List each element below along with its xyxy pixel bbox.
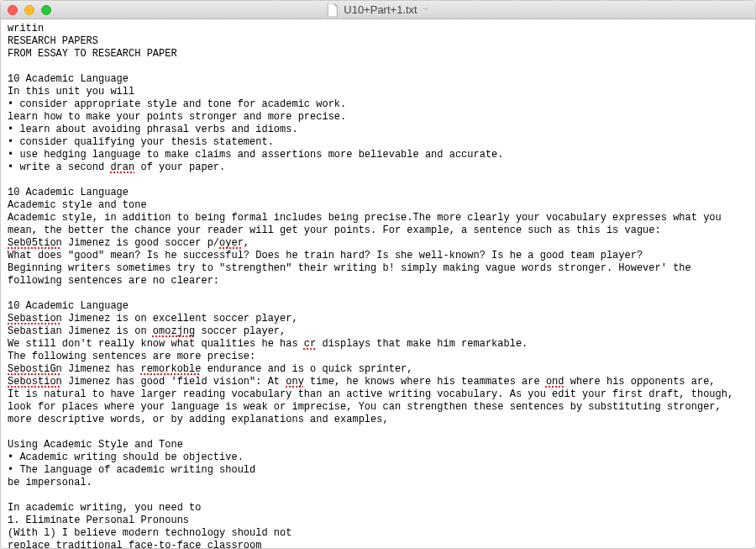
misspelling: remorkoble (140, 363, 201, 375)
misspelling: Sebastion (8, 313, 62, 325)
misspelling: SebostiGn (8, 363, 62, 375)
traffic-lights (8, 5, 51, 15)
text-line: (With l) I believe modern technology sho… (8, 527, 748, 540)
misspelling: ony (286, 376, 304, 388)
maximize-button[interactable] (41, 5, 51, 15)
text-content[interactable]: writinRESEARCH PAPERSFROM ESSAY TO RESEA… (1, 19, 755, 548)
titlebar[interactable]: U10+Part+1.txt ﹀ (1, 1, 755, 19)
text-line: Beginning writers sometimes try to "stre… (8, 262, 748, 288)
text-line: SebostiGn Jimenez has remorkoble enduran… (8, 363, 748, 376)
text-line: Sebostion Jimenez has good 'field vision… (8, 376, 748, 388)
text-line: writin (8, 23, 748, 35)
text-line: • use hedging language to make claims an… (8, 149, 748, 161)
text-line: • consider qualifying your thesis statem… (8, 136, 748, 149)
text-line: Seb05tion Jimenez is good soccer p/oyer, (8, 237, 748, 250)
minimize-button[interactable] (24, 5, 34, 15)
text-line: • write a second dran of your paper. (8, 161, 748, 174)
misspelling: ond (546, 376, 564, 388)
window-title: U10+Part+1.txt (344, 3, 417, 16)
text-line: • The language of academic writing shoul… (8, 464, 748, 477)
text-line: Academic style and tone (8, 199, 748, 212)
text-line: Using Academic Style and Tone (8, 439, 748, 451)
text-line: The following sentences are more precise… (8, 351, 748, 363)
text-line: We still don't really know what qualitie… (8, 338, 748, 351)
text-editor-window: U10+Part+1.txt ﹀ writinRESEARCH PAPERSFR… (0, 0, 756, 549)
misspelling: cr (304, 338, 316, 350)
text-line: 10 Academic Language (8, 300, 748, 313)
text-line: It is natural to have larger reading voc… (8, 388, 748, 426)
file-icon (327, 3, 339, 17)
text-line: 1. Eliminate Personal Pronouns (8, 515, 748, 527)
text-line: What does "good" mean? Is he successful?… (8, 250, 748, 262)
text-line: replace traditional face-to-face classro… (8, 540, 748, 548)
misspelling: omozjng (153, 325, 195, 337)
text-line: Academic style, in addition to being for… (8, 212, 748, 237)
text-line: Sebastian Jimenez is on omozjng soccer p… (8, 325, 748, 338)
text-line: FROM ESSAY TO RESEARCH PAPER (8, 48, 748, 61)
misspelling: dran (110, 161, 134, 173)
text-line: 10 Academic Language (8, 73, 748, 86)
text-line: be impersonal. (8, 477, 748, 489)
chevron-down-icon[interactable]: ﹀ (423, 5, 429, 14)
text-line: In this unit you will (8, 86, 748, 98)
misspelling: Seb05tion (8, 237, 62, 249)
text-line: Sebastion Jimenez is on excellent soccer… (8, 313, 748, 325)
window-title-wrap[interactable]: U10+Part+1.txt ﹀ (327, 3, 428, 17)
text-line: • learn about avoiding phrasal verbs and… (8, 124, 748, 136)
text-line: • Academic writing should be objective. (8, 451, 748, 464)
text-line: 10 Academic Language (8, 187, 748, 199)
text-line: In academic writing, you need to (8, 502, 748, 515)
misspelling: oyer (219, 237, 244, 249)
close-button[interactable] (8, 5, 18, 15)
text-line: • consider appropriate style and tone fo… (8, 98, 748, 111)
misspelling: Sebostion (8, 376, 62, 388)
text-line: learn how to make your points stronger a… (8, 111, 748, 124)
text-line: RESEARCH PAPERS (8, 35, 748, 48)
